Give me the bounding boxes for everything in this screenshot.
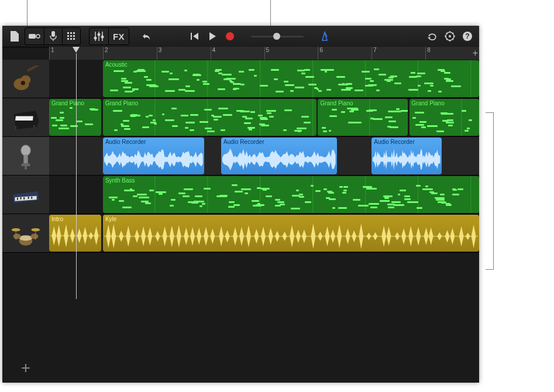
- fx-label: FX: [113, 32, 125, 42]
- region-label: Audio Recorder: [371, 137, 441, 146]
- ruler-tick: 6: [318, 47, 323, 60]
- region-label: Acoustic: [103, 60, 479, 69]
- track-lane[interactable]: Acoustic: [49, 60, 479, 98]
- playhead-line: [76, 53, 77, 299]
- svg-point-52: [19, 235, 32, 240]
- svg-rect-2: [51, 31, 55, 37]
- loop-browser-button[interactable]: [424, 28, 441, 44]
- region-label: Grand Piano: [410, 99, 479, 108]
- bar-ruler[interactable]: + 12345678: [49, 47, 479, 60]
- callout-bracket-right: [493, 112, 494, 270]
- undo-button[interactable]: [137, 28, 155, 44]
- my-songs-button[interactable]: [6, 28, 23, 44]
- region[interactable]: Synth Bass: [103, 176, 479, 213]
- region[interactable]: Grand Piano: [49, 99, 101, 136]
- region-label: Synth Bass: [103, 176, 479, 185]
- svg-rect-7: [70, 35, 72, 37]
- region[interactable]: Grand Piano: [318, 99, 407, 136]
- track-lane[interactable]: IntroKyle: [49, 214, 479, 253]
- add-section-button[interactable]: +: [473, 48, 478, 59]
- instrument-browser-button[interactable]: [25, 27, 44, 45]
- ruler-tick: 5: [264, 47, 270, 60]
- track-lane[interactable]: Grand PianoGrand PianoGrand PianoGrand P…: [49, 98, 479, 137]
- ruler-tick: 7: [371, 47, 377, 60]
- svg-rect-11: [73, 38, 75, 40]
- help-button[interactable]: ?: [459, 28, 476, 44]
- region-label: Kyle: [103, 215, 479, 223]
- svg-rect-6: [67, 35, 69, 37]
- svg-rect-38: [15, 126, 16, 130]
- region-label: Grand Piano: [103, 99, 316, 108]
- ruler-tick: 8: [425, 47, 431, 60]
- svg-rect-3: [67, 32, 69, 34]
- svg-rect-4: [70, 32, 72, 34]
- region[interactable]: Intro: [49, 215, 101, 252]
- track-header-guitar[interactable]: [2, 60, 49, 98]
- track-header-synth[interactable]: [2, 176, 49, 214]
- go-to-beginning-button[interactable]: [187, 28, 203, 44]
- ruler-tick: 3: [157, 47, 162, 60]
- svg-point-1: [36, 35, 40, 38]
- svg-rect-39: [33, 125, 35, 129]
- microphone-button[interactable]: [44, 27, 62, 45]
- svg-point-53: [13, 233, 21, 239]
- metronome-button[interactable]: [316, 28, 333, 44]
- track-header-mic[interactable]: [2, 137, 49, 176]
- guitar-icon: [9, 66, 42, 92]
- region-label: Grand Piano: [318, 99, 407, 108]
- region[interactable]: Audio Recorder: [371, 137, 441, 174]
- drums-icon: [9, 220, 42, 247]
- add-track-button[interactable]: +: [2, 353, 49, 383]
- mic-icon: [9, 143, 42, 170]
- region-label: Audio Recorder: [103, 137, 204, 146]
- svg-rect-44: [25, 166, 27, 170]
- track-header-drums[interactable]: [2, 214, 49, 253]
- callout-bracket-bottom: [486, 269, 494, 270]
- synth-icon: [9, 181, 42, 208]
- svg-rect-43: [22, 163, 30, 166]
- svg-point-19: [226, 32, 234, 40]
- record-button[interactable]: [222, 28, 238, 44]
- svg-rect-47: [20, 197, 22, 200]
- svg-point-35: [21, 81, 25, 85]
- region-label: Intro: [49, 215, 101, 223]
- svg-point-54: [30, 233, 38, 239]
- callout-line-left: [27, 0, 27, 28]
- svg-rect-37: [15, 116, 33, 120]
- ruler-tick: 2: [103, 47, 108, 60]
- svg-rect-9: [67, 38, 69, 40]
- svg-rect-10: [70, 38, 72, 40]
- svg-point-30: [449, 35, 451, 37]
- region[interactable]: Grand Piano: [103, 99, 316, 136]
- region[interactable]: Grand Piano: [410, 99, 479, 136]
- region[interactable]: Audio Recorder: [103, 137, 204, 174]
- master-volume-slider[interactable]: [251, 33, 304, 40]
- svg-rect-18: [191, 33, 192, 40]
- tracks-view-window: FX ?: [2, 26, 479, 383]
- svg-rect-5: [73, 32, 75, 34]
- region[interactable]: Acoustic: [103, 60, 479, 97]
- control-bar: FX ?: [2, 26, 479, 47]
- track-header-piano[interactable]: [2, 98, 49, 137]
- svg-point-17: [101, 36, 104, 39]
- svg-rect-49: [28, 197, 29, 199]
- track-lane[interactable]: Synth Bass: [49, 176, 479, 214]
- region-label: Audio Recorder: [221, 137, 337, 146]
- region-label: Grand Piano: [49, 99, 101, 108]
- track-controls-button[interactable]: [89, 27, 108, 45]
- play-button[interactable]: [204, 28, 221, 44]
- grid-browser-button[interactable]: [62, 27, 81, 45]
- region[interactable]: Audio Recorder: [221, 137, 337, 174]
- tracks-area[interactable]: AcousticGrand PianoGrand PianoGrand Pian…: [49, 60, 479, 253]
- settings-button[interactable]: [442, 28, 458, 44]
- svg-rect-50: [31, 197, 32, 199]
- svg-rect-46: [17, 197, 18, 200]
- svg-rect-36: [27, 66, 40, 72]
- region[interactable]: Kyle: [103, 215, 479, 252]
- piano-icon: [9, 104, 42, 131]
- track-lane[interactable]: Audio RecorderAudio RecorderAudio Record…: [49, 137, 479, 176]
- playhead[interactable]: [73, 47, 79, 53]
- fx-button[interactable]: FX: [108, 27, 129, 45]
- svg-point-16: [98, 33, 101, 36]
- svg-point-15: [94, 37, 97, 40]
